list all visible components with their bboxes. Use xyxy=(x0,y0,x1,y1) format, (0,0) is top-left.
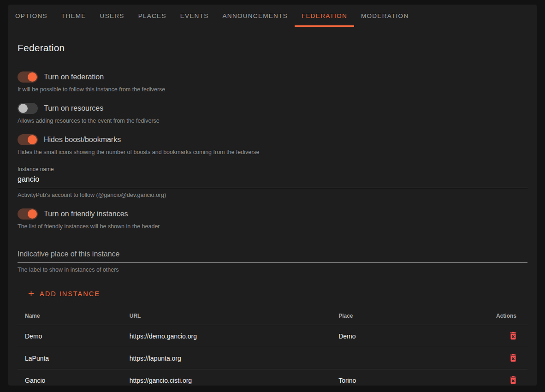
instances-table: Name URL Place Actions Demo https://demo… xyxy=(18,306,527,392)
friendly-instances-switch-hint: The list of friendly instances will be s… xyxy=(18,223,527,230)
cell-name: LaPunta xyxy=(18,347,122,369)
instances-table-body: Demo https://demo.gancio.org Demo LaPunt… xyxy=(18,325,527,392)
cell-url: https://demo.gancio.org xyxy=(122,325,331,347)
tab-label: FEDERATION xyxy=(302,12,347,19)
plus-icon xyxy=(27,289,36,298)
friendly-instances-switch-label[interactable]: Turn on friendly instances xyxy=(44,210,128,218)
tab-federation[interactable]: FEDERATION xyxy=(295,5,354,27)
tab-theme[interactable]: THEME xyxy=(54,5,93,27)
setting-hides-boost-bookmarks: Hides boost/bookmarks Hides the small ic… xyxy=(18,134,527,155)
cell-place: Torino xyxy=(331,369,486,392)
delete-instance-button[interactable] xyxy=(507,374,519,386)
header-actions: Actions xyxy=(487,306,528,325)
instance-place-input[interactable] xyxy=(18,247,527,263)
tab-label: USERS xyxy=(100,12,124,19)
switch-thumb xyxy=(28,209,37,219)
resources-switch-hint: Allows adding resources to the event fro… xyxy=(18,118,527,124)
tab-announcements[interactable]: ANNOUNCEMENTS xyxy=(216,5,295,27)
federation-switch[interactable] xyxy=(18,71,38,83)
instance-name-input[interactable] xyxy=(18,172,527,188)
table-row: Demo https://demo.gancio.org Demo xyxy=(18,325,527,347)
tab-moderation[interactable]: MODERATION xyxy=(354,5,416,27)
table-header-row: Name URL Place Actions xyxy=(18,306,527,325)
trash-delete-forever-icon xyxy=(508,353,518,363)
header-url: URL xyxy=(122,306,331,325)
federation-switch-hint: It will be possible to follow this insta… xyxy=(18,86,527,93)
hide-boosts-switch[interactable] xyxy=(18,134,38,145)
switch-thumb xyxy=(18,104,28,113)
tab-label: OPTIONS xyxy=(15,12,47,19)
resources-switch-label[interactable]: Turn on resources xyxy=(44,104,103,113)
tab-label: THEME xyxy=(61,12,86,19)
cell-name: Demo xyxy=(18,325,122,347)
tab-places[interactable]: PLACES xyxy=(131,5,173,27)
tab-options[interactable]: OPTIONS xyxy=(8,5,54,27)
header-place: Place xyxy=(331,306,486,325)
admin-card: OPTIONS THEME USERS PLACES EVENTS ANNOUN… xyxy=(8,5,537,386)
hide-boosts-switch-hint: Hides the small icons showing the number… xyxy=(18,149,527,155)
cell-actions xyxy=(487,347,528,369)
table-row: LaPunta https://lapunta.org xyxy=(18,347,527,369)
federation-switch-label[interactable]: Turn on federation xyxy=(44,73,104,81)
header-name: Name xyxy=(18,306,122,325)
toggle-row: Turn on friendly instances xyxy=(18,208,527,220)
tab-label: PLACES xyxy=(138,12,166,19)
setting-turn-on-friendly-instances: Turn on friendly instances The list of f… xyxy=(18,208,527,230)
tab-users[interactable]: USERS xyxy=(93,5,131,27)
cell-name: Gancio xyxy=(18,369,122,392)
tab-label: MODERATION xyxy=(361,12,409,19)
cell-url: https://gancio.cisti.org xyxy=(122,369,331,392)
instance-place-hint: The label to show in instances of others xyxy=(18,267,527,273)
tab-label: EVENTS xyxy=(180,12,209,19)
add-instance-label: ADD INSTANCE xyxy=(40,290,100,297)
resources-switch[interactable] xyxy=(18,103,38,114)
trash-delete-forever-icon xyxy=(508,331,518,341)
friendly-instances-switch[interactable] xyxy=(18,208,38,220)
cell-place: Demo xyxy=(331,325,486,347)
setting-turn-on-federation: Turn on federation It will be possible t… xyxy=(18,71,527,93)
switch-thumb xyxy=(28,135,37,144)
instance-name-hint: ActivityPub's account to follow (@gancio… xyxy=(18,192,527,198)
toggle-row: Turn on federation xyxy=(18,71,527,83)
toggle-row: Turn on resources xyxy=(18,103,527,114)
delete-instance-button[interactable] xyxy=(507,330,519,342)
admin-tabs: OPTIONS THEME USERS PLACES EVENTS ANNOUN… xyxy=(8,5,537,27)
cell-place xyxy=(331,347,486,369)
table-row: Gancio https://gancio.cisti.org Torino xyxy=(18,369,527,392)
cell-actions xyxy=(487,325,528,347)
page-title: Federation xyxy=(18,42,527,53)
setting-turn-on-resources: Turn on resources Allows adding resource… xyxy=(18,103,527,124)
cell-actions xyxy=(487,369,528,392)
toggle-row: Hides boost/bookmarks xyxy=(18,134,527,145)
instance-name-label: Instance name xyxy=(18,166,527,172)
delete-instance-button[interactable] xyxy=(507,352,519,364)
tab-events[interactable]: EVENTS xyxy=(173,5,216,27)
admin-page: { "page": { "title": "Federation" }, "co… xyxy=(0,0,545,392)
trash-delete-forever-icon xyxy=(508,375,518,385)
federation-panel: Federation Turn on federation It will be… xyxy=(8,42,537,392)
hide-boosts-switch-label[interactable]: Hides boost/bookmarks xyxy=(44,136,121,144)
cell-url: https://lapunta.org xyxy=(122,347,331,369)
switch-thumb xyxy=(28,72,37,82)
tab-label: ANNOUNCEMENTS xyxy=(223,12,288,19)
add-instance-button[interactable]: ADD INSTANCE xyxy=(23,285,104,302)
instance-name-field-block: Instance name ActivityPub's account to f… xyxy=(18,166,527,198)
instance-place-field-block: The label to show in instances of others xyxy=(18,247,527,273)
